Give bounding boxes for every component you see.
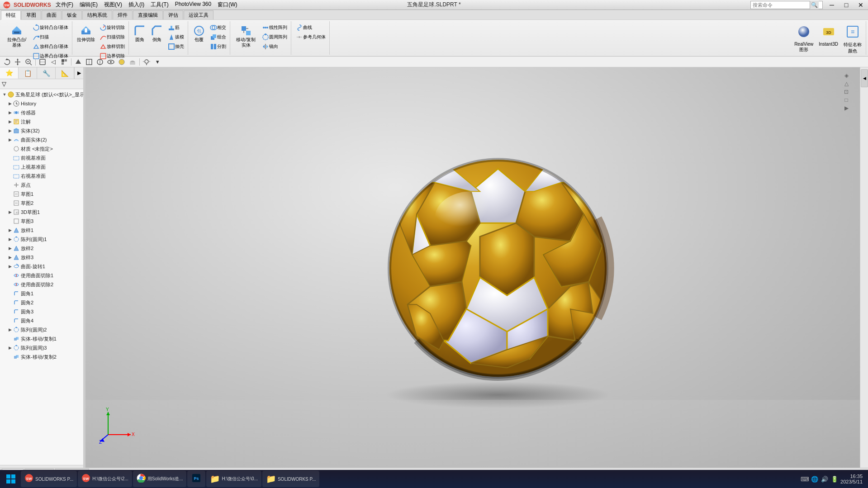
tree-loft3[interactable]: ▶ 放样3: [0, 253, 83, 262]
tray-battery[interactable]: 🔋: [830, 475, 839, 483]
tab-direct-edit[interactable]: 直接编辑: [133, 10, 163, 19]
tree-top-plane[interactable]: ▶ 上视基准面: [0, 162, 83, 171]
3d-viewport[interactable]: X Y Z ◈ △ ⊡ □ ▶: [85, 67, 860, 468]
tree-surf-revolve1[interactable]: ▶ 曲面-旋转1: [0, 262, 83, 271]
lighting-btn[interactable]: [142, 57, 152, 66]
tree-loft1[interactable]: ▶ 放样1: [0, 226, 83, 235]
tree-move-copy2[interactable]: ▶ 实体-移动/复制2: [0, 352, 83, 361]
search-input[interactable]: [751, 2, 810, 8]
zoom-btn[interactable]: [24, 57, 33, 66]
split-btn[interactable]: 分割: [208, 42, 228, 51]
tree-history[interactable]: ▶ History: [0, 99, 83, 108]
tree-notes[interactable]: ▶ 注解: [0, 117, 83, 126]
tree-solid-bodies[interactable]: ▶ 实体(32): [0, 126, 83, 135]
feature-props-btn[interactable]: ≡ 特征名称颜色: [841, 23, 864, 56]
tree-surf-cut2[interactable]: ▶ 使用曲面切除2: [0, 280, 83, 289]
tray-network[interactable]: 🌐: [811, 475, 819, 483]
close-button[interactable]: ✕: [854, 0, 868, 10]
loft-boss-btn[interactable]: 放样凸台/基体: [31, 42, 70, 51]
helix-btn[interactable]: 曲线: [294, 23, 327, 32]
tree-loft2[interactable]: ▶ 放样2: [0, 244, 83, 253]
tab-surface[interactable]: 曲面: [42, 10, 62, 19]
menu-photoview[interactable]: PhotoView 360: [172, 0, 214, 9]
taskbar-sw-icon[interactable]: SW SOLIDWORKS P...: [21, 471, 77, 487]
fillet-btn[interactable]: 圆角: [132, 23, 148, 44]
tree-circ-pat1[interactable]: ▶ 陈列(圆周)1: [0, 235, 83, 244]
display-options-btn[interactable]: ▾: [152, 57, 162, 66]
sidebar-tab-feature[interactable]: ⭐: [0, 67, 19, 79]
hide-show-btn[interactable]: [106, 57, 116, 66]
taskbar-folder1[interactable]: 📁 H:\微信公众号\0...: [206, 471, 261, 487]
vp-btn3[interactable]: ⊡: [843, 88, 850, 95]
tree-sketch3[interactable]: ▶ 草图3: [0, 217, 83, 226]
zoom-fit-btn[interactable]: [38, 57, 47, 66]
sweep-cut-btn[interactable]: 扫描切除: [98, 33, 127, 42]
tree-sketch2[interactable]: ▶ 草图2: [0, 199, 83, 208]
minimize-button[interactable]: ─: [825, 0, 839, 10]
taskbar-folder2[interactable]: 📁 SOLIDWORKS P...: [262, 471, 319, 487]
menu-window[interactable]: 窗口(W): [215, 0, 240, 9]
tree-sketch1[interactable]: ▶ 草图1: [0, 190, 83, 199]
right-panel-btn1[interactable]: ◀: [861, 69, 868, 87]
tree-circ-pat3[interactable]: ▶ 陈列(圆周)3: [0, 343, 83, 352]
tab-design-tools[interactable]: 运设工具: [184, 10, 213, 19]
appearance-btn[interactable]: [117, 57, 127, 66]
tree-3d-sketch1[interactable]: ▶ 3D 3D草图1: [0, 208, 83, 217]
sidebar-tab-config[interactable]: 🔧: [37, 67, 56, 79]
menu-view[interactable]: 视图(V): [101, 0, 125, 9]
filter-icon[interactable]: ▽: [2, 81, 6, 87]
search-button[interactable]: 🔍: [810, 1, 819, 9]
extrude-boss-btn[interactable]: 拉伸凸台/基体: [4, 23, 30, 49]
windows-start-btn[interactable]: [2, 471, 20, 487]
tree-fillet4[interactable]: ▶ 圆角4: [0, 316, 83, 325]
extrude-cut-btn[interactable]: 拉伸切除: [75, 23, 97, 44]
tree-surface-bodies[interactable]: ▶ 曲面实体(2): [0, 135, 83, 144]
rotate-view-btn[interactable]: [2, 57, 12, 66]
tree-fillet1[interactable]: ▶ 圆角1: [0, 289, 83, 298]
tree-circ-pat2[interactable]: ▶ 陈列(圆周)2: [0, 325, 83, 334]
revolve-boss-btn[interactable]: 旋转凸台/基体: [31, 23, 70, 32]
tree-front-plane[interactable]: ▶ 前视基准面: [0, 153, 83, 162]
view-orient-btn[interactable]: [73, 57, 83, 66]
tree-move-copy1[interactable]: ▶ 实体-移动/复制1: [0, 334, 83, 343]
sweep-boss-btn[interactable]: 扫描: [31, 33, 70, 42]
taskbar-ps[interactable]: Ps: [187, 471, 205, 487]
loft-cut-btn[interactable]: 放样切割: [98, 42, 127, 51]
sidebar-expand-btn[interactable]: ▶: [74, 67, 83, 79]
intersect-btn[interactable]: 相交: [208, 23, 228, 32]
vp-btn2[interactable]: △: [843, 80, 850, 87]
menu-tools[interactable]: 工具(T): [148, 0, 171, 9]
tree-origin[interactable]: ▶ 原点: [0, 180, 83, 190]
section-view-btn[interactable]: [84, 57, 94, 66]
tray-keyboard[interactable]: ⌨: [801, 475, 809, 483]
standard-views-btn[interactable]: [59, 57, 69, 66]
tray-sound[interactable]: 🔊: [821, 475, 829, 483]
menu-edit[interactable]: 编辑(E): [77, 0, 100, 9]
vp-btn5[interactable]: ▶: [843, 104, 850, 112]
system-clock[interactable]: 16:35 2023/5/11: [840, 474, 863, 484]
tab-structure[interactable]: 结构系统: [82, 10, 112, 19]
tab-feature[interactable]: 特征: [1, 10, 21, 20]
realview-btn[interactable]: RealView图形: [792, 23, 816, 54]
combine-btn[interactable]: 组合: [208, 33, 228, 42]
rib-btn[interactable]: 筋: [166, 23, 186, 32]
menu-insert[interactable]: 插入(I): [126, 0, 147, 9]
tree-fillet3[interactable]: ▶ 圆角3: [0, 307, 83, 316]
tree-right-plane[interactable]: ▶ 右视基准面: [0, 171, 83, 180]
maximize-button[interactable]: □: [839, 0, 854, 10]
move-copy-btn[interactable]: 移动/复制实体: [233, 23, 259, 49]
vp-btn1[interactable]: ◈: [843, 72, 850, 79]
tab-sketch[interactable]: 草图: [21, 10, 41, 19]
sidebar-tab-dim[interactable]: 📐: [56, 67, 74, 79]
linear-pattern-btn[interactable]: 线性阵列: [260, 23, 289, 32]
vp-btn4[interactable]: □: [843, 96, 850, 104]
shell-btn[interactable]: 抽壳: [166, 42, 186, 51]
revolve-cut-btn[interactable]: 旋转切除: [98, 23, 127, 32]
taskbar-chrome[interactable]: 用SolidWorks造...: [133, 471, 187, 487]
tree-sensors[interactable]: ▶ 传感器: [0, 108, 83, 117]
draft-btn[interactable]: 拔模: [166, 33, 186, 42]
wrap-btn[interactable]: 包 包覆: [191, 23, 207, 44]
tree-surf-cut1[interactable]: ▶ 使用曲面切除1: [0, 271, 83, 280]
tree-fillet2[interactable]: ▶ 圆角2: [0, 298, 83, 307]
tab-weldment[interactable]: 焊件: [113, 10, 133, 19]
